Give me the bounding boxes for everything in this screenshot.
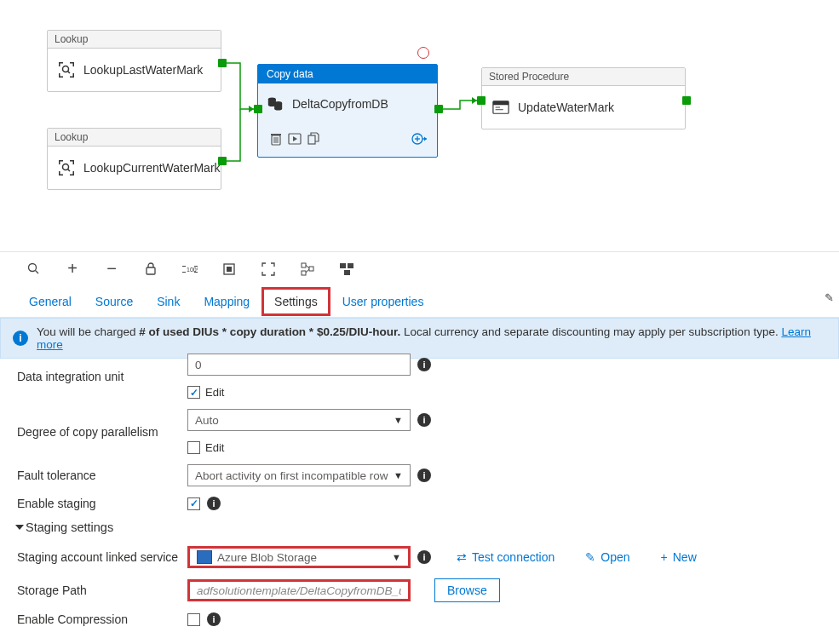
- svg-rect-53: [309, 267, 313, 271]
- parallelism-edit-checkbox[interactable]: Edit: [187, 441, 224, 454]
- svg-rect-43: [147, 267, 155, 274]
- activity-tabs: General Source Sink Mapping Settings Use…: [0, 285, 839, 318]
- svg-line-42: [35, 271, 38, 274]
- zoom-search-icon[interactable]: [26, 262, 41, 277]
- node-label: LookupLastWaterMark: [83, 63, 203, 77]
- storage-path-label: Storage Path: [17, 584, 187, 597]
- validation-error-icon: [417, 47, 429, 59]
- pipeline-canvas[interactable]: Lookup LookupLastWaterMark Lookup Lookup…: [0, 0, 839, 247]
- svg-rect-29: [308, 135, 315, 144]
- enable-staging-checkbox[interactable]: [187, 497, 200, 510]
- svg-rect-36: [493, 101, 509, 106]
- zoom-100-icon[interactable]: 100%: [182, 262, 198, 277]
- svg-point-41: [28, 264, 36, 272]
- svg-line-55: [306, 269, 309, 273]
- svg-point-8: [63, 66, 69, 72]
- node-stored-procedure[interactable]: Stored Procedure UpdateWaterMark: [481, 67, 686, 129]
- settings-panel: Data integration unit i Edit Degree of c…: [17, 354, 822, 636]
- storage-path-input[interactable]: [187, 579, 411, 601]
- diu-edit-checkbox[interactable]: Edit: [187, 386, 224, 399]
- connector-output[interactable]: [218, 59, 227, 67]
- svg-rect-50: [227, 267, 232, 272]
- tab-sink[interactable]: Sink: [145, 288, 192, 315]
- copy-icon[interactable]: [304, 129, 323, 148]
- fullscreen-icon[interactable]: [261, 262, 276, 277]
- linked-service-label: Staging account linked service: [17, 550, 187, 564]
- svg-rect-3: [73, 62, 75, 66]
- connection-icon: ⇄: [457, 550, 467, 564]
- info-icon[interactable]: i: [417, 550, 431, 564]
- lock-icon[interactable]: [143, 262, 158, 277]
- staging-settings-header[interactable]: Staging settings: [17, 520, 822, 534]
- info-icon[interactable]: i: [207, 612, 221, 626]
- svg-line-9: [68, 72, 71, 74]
- linked-service-select[interactable]: Azure Blob Storage ▼: [187, 546, 411, 568]
- connector-output[interactable]: [218, 157, 227, 165]
- svg-rect-15: [59, 171, 60, 175]
- svg-rect-11: [59, 160, 60, 164]
- connector-output[interactable]: [434, 105, 443, 113]
- node-type-label: Stored Procedure: [482, 68, 685, 86]
- svg-marker-34: [424, 137, 427, 141]
- svg-rect-1: [59, 62, 60, 66]
- tab-mapping[interactable]: Mapping: [192, 288, 261, 315]
- zoom-out-icon[interactable]: −: [104, 262, 119, 277]
- pencil-icon: ✎: [585, 550, 595, 564]
- node-type-label: Lookup: [48, 31, 221, 49]
- node-type-label: Lookup: [48, 129, 221, 147]
- add-activity-icon[interactable]: [410, 129, 428, 148]
- svg-rect-45: [182, 272, 186, 273]
- svg-rect-57: [348, 263, 353, 268]
- svg-text:100%: 100%: [187, 267, 198, 273]
- svg-rect-7: [73, 73, 75, 78]
- cost-info-banner: i You will be charged # of used DIUs * c…: [0, 318, 839, 359]
- parallelism-select[interactable]: Auto▼: [187, 409, 411, 431]
- node-label: DeltaCopyfromDB: [292, 97, 388, 111]
- node-copy-data[interactable]: Copy data DeltaCopyfromDB: [257, 64, 438, 158]
- test-connection-button[interactable]: ⇄Test connection: [457, 550, 555, 564]
- svg-rect-23: [271, 134, 281, 135]
- tab-user-properties[interactable]: User properties: [330, 288, 436, 315]
- node-label: LookupCurrentWaterMark: [83, 161, 221, 175]
- svg-rect-5: [59, 73, 60, 78]
- diu-input[interactable]: [187, 354, 411, 376]
- svg-rect-58: [344, 270, 350, 275]
- info-icon[interactable]: i: [417, 413, 431, 427]
- layout-icon[interactable]: [300, 262, 315, 277]
- node-lookup-last-watermark[interactable]: Lookup LookupLastWaterMark: [47, 30, 221, 92]
- database-icon: [267, 95, 284, 112]
- svg-rect-44: [182, 266, 186, 267]
- svg-rect-17: [73, 171, 75, 175]
- tab-source[interactable]: Source: [83, 288, 145, 315]
- plus-icon: +: [661, 550, 668, 564]
- edit-tabs-icon[interactable]: ✎: [825, 291, 834, 304]
- connector-output[interactable]: [682, 96, 691, 105]
- minimap-icon[interactable]: [339, 262, 354, 277]
- enable-compression-checkbox[interactable]: [187, 613, 200, 626]
- info-icon[interactable]: i: [417, 469, 431, 482]
- enable-staging-label: Enable staging: [17, 497, 187, 510]
- info-icon: i: [13, 331, 28, 346]
- info-icon[interactable]: i: [207, 497, 221, 510]
- info-icon[interactable]: i: [417, 358, 431, 371]
- node-type-label: Copy data: [258, 65, 437, 83]
- delete-icon[interactable]: [267, 129, 285, 148]
- connector-input[interactable]: [477, 96, 486, 105]
- debug-icon[interactable]: [285, 129, 304, 148]
- banner-text: You will be charged # of used DIUs * cop…: [37, 325, 826, 351]
- svg-line-54: [306, 265, 309, 268]
- diu-label: Data integration unit: [17, 370, 187, 383]
- svg-rect-52: [302, 271, 306, 275]
- tab-settings[interactable]: Settings: [261, 287, 330, 316]
- connector-input[interactable]: [254, 105, 262, 113]
- zoom-in-icon[interactable]: +: [65, 262, 80, 277]
- new-button[interactable]: +New: [661, 550, 697, 564]
- enable-compression-label: Enable Compression: [17, 612, 187, 626]
- node-lookup-current-watermark[interactable]: Lookup LookupCurrentWaterMark: [47, 128, 221, 190]
- fault-tolerance-select[interactable]: Abort activity on first incompatible row…: [187, 464, 411, 486]
- tab-general[interactable]: General: [17, 288, 83, 315]
- browse-button[interactable]: Browse: [434, 578, 500, 602]
- search-icon: [58, 159, 75, 176]
- zoom-fit-icon[interactable]: [221, 262, 237, 277]
- open-button[interactable]: ✎Open: [585, 550, 629, 564]
